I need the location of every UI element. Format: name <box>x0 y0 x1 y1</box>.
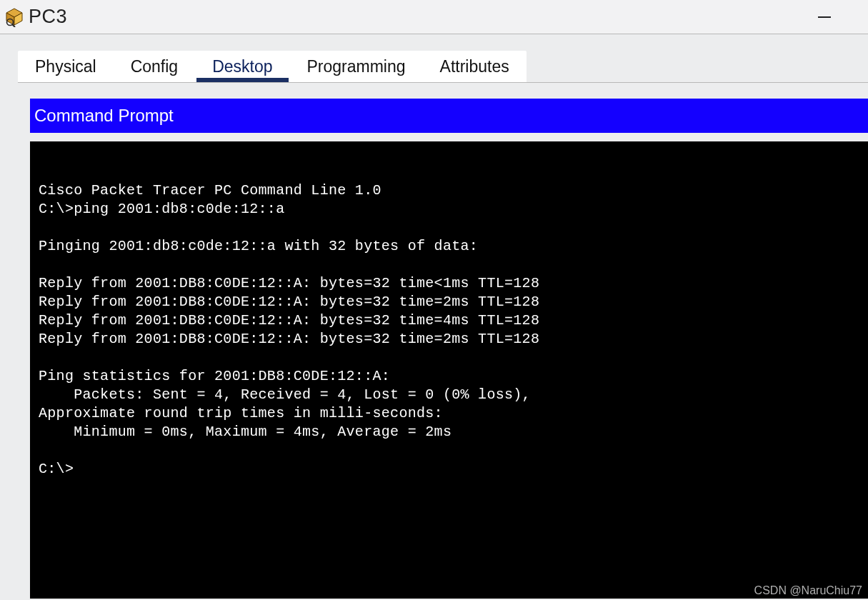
command-prompt-terminal[interactable]: Cisco Packet Tracer PC Command Line 1.0 … <box>30 141 868 599</box>
tab-desktop[interactable]: Desktop <box>195 51 289 82</box>
app-icon <box>4 7 24 27</box>
minimize-button[interactable] <box>808 0 841 34</box>
panel-title: Command Prompt <box>30 99 868 133</box>
tab-attributes[interactable]: Attributes <box>423 51 527 82</box>
window-title: PC3 <box>29 6 67 28</box>
tab-programming[interactable]: Programming <box>290 51 423 82</box>
titlebar: PC3 <box>0 0 868 34</box>
client-area: Physical Config Desktop Programming Attr… <box>0 34 868 600</box>
minimize-icon <box>818 16 831 18</box>
tab-physical[interactable]: Physical <box>18 51 114 82</box>
tab-config[interactable]: Config <box>114 51 195 82</box>
tab-bar: Physical Config Desktop Programming Attr… <box>18 51 527 82</box>
desktop-panel: Command Prompt Cisco Packet Tracer PC Co… <box>30 99 868 599</box>
tab-separator <box>18 82 868 83</box>
